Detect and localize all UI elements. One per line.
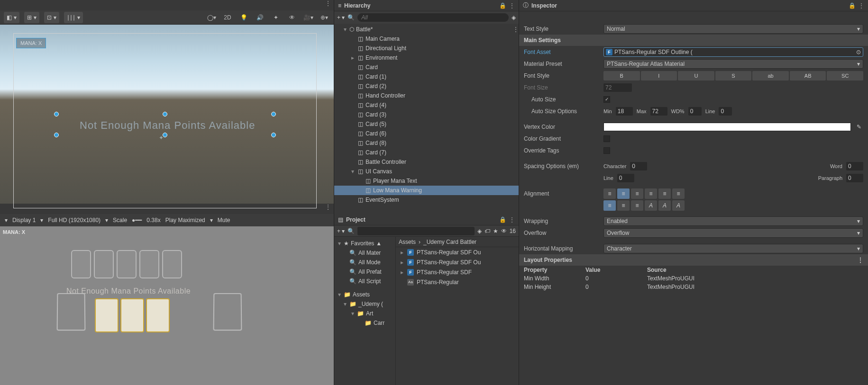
selection-handles[interactable] [56, 114, 274, 135]
display-dropdown[interactable]: Display 1 [12, 217, 36, 224]
draw-mode-dropdown[interactable]: ◯▾ [206, 12, 217, 23]
toggle-2d[interactable]: 2D [222, 12, 233, 23]
show-hidden-icon[interactable]: 👁 [501, 228, 507, 234]
align-center-button[interactable]: ≡ [617, 188, 630, 199]
mute-toggle[interactable]: Mute [218, 217, 230, 224]
hierarchy-item[interactable]: ◫Card (1) [334, 72, 519, 81]
play-mode-dropdown[interactable]: Play Maximized [165, 217, 205, 224]
asset-item[interactable]: AaPTSans-Regular [396, 277, 519, 287]
inspector-menu[interactable]: ⋮ [859, 2, 864, 9]
override-tags-checkbox[interactable] [603, 147, 610, 154]
valign-baseline-button[interactable]: A [645, 200, 657, 211]
align-left-button[interactable]: ≡ [603, 188, 616, 199]
project-menu[interactable]: ⋮ [509, 216, 515, 223]
autosize-wd-field[interactable] [688, 107, 702, 116]
favorites-folder[interactable]: ▾★ Favorites▲ [334, 239, 395, 248]
project-lock-icon[interactable]: 🔒 [499, 216, 506, 223]
hierarchy-item[interactable]: ◫Main Camera [334, 34, 519, 44]
scale-slider[interactable]: ●━━ [132, 217, 142, 224]
valign-mid-button[interactable]: ≡ [617, 200, 630, 211]
hierarchy-item[interactable]: ◫Directional Light [334, 44, 519, 53]
gizmos-dropdown[interactable]: ⊕▾ [319, 12, 330, 23]
inspector-lock-icon[interactable]: 🔒 [849, 2, 856, 9]
hierarchy-item[interactable]: ◫Card (2) [334, 81, 519, 91]
hierarchy-item-player-mana[interactable]: ◫ Player Mana Text [334, 176, 519, 186]
main-settings-header[interactable]: Main Settings [519, 35, 868, 46]
hierarchy-menu[interactable]: ⋮ [509, 2, 515, 9]
font-asset-field[interactable]: F PTSans-Regular SDF Outline ( ⊙ [603, 47, 863, 57]
autosize-line-field[interactable] [719, 107, 732, 116]
project-add-button[interactable]: + ▾ [337, 228, 345, 234]
auto-size-checkbox[interactable]: ✓ [603, 96, 610, 103]
hierarchy-item[interactable]: ▸◫Environment [334, 53, 519, 63]
hierarchy-item-ui-canvas[interactable]: ▾◫ UI Canvas [334, 167, 519, 176]
align-geo-button[interactable]: ≡ [672, 188, 685, 199]
move-gizmo-icon[interactable]: ✦ [159, 134, 176, 152]
autosize-max-field[interactable] [650, 107, 667, 116]
font-style-b-button[interactable]: B [603, 71, 640, 81]
font-style-ab-button[interactable]: AB [790, 71, 826, 81]
fx-icon[interactable]: ✦ [270, 12, 282, 23]
spacing-para-field[interactable] [846, 174, 863, 182]
hierarchy-tree[interactable]: ▾⬡ Battle* ⋮ ◫Main Camera◫Directional Li… [334, 24, 519, 214]
camera-icon[interactable]: 🎥▾ [302, 12, 314, 23]
font-style-i-button[interactable]: I [641, 71, 677, 81]
game-viewport[interactable]: MANA: X Not Enough Mana Points Available [0, 226, 334, 385]
font-style-sc-button[interactable]: SC [827, 71, 863, 81]
folder-item[interactable]: 📁 Carr [334, 318, 395, 328]
project-folder-tree[interactable]: ▾★ Favorites▲ 🔍All Mater🔍All Mode🔍All Pr… [334, 237, 396, 385]
h-mapping-dropdown[interactable]: Character▾ [603, 244, 863, 253]
valign-bottom-button[interactable]: ≡ [631, 200, 643, 211]
folder-item[interactable]: ▾📁 Art [334, 309, 395, 318]
favorite-search[interactable]: 🔍All Script [334, 277, 395, 286]
hierarchy-lock-icon[interactable]: 🔒 [499, 2, 506, 9]
project-search-input[interactable] [357, 227, 474, 235]
hierarchy-item[interactable]: ◫Card (6) [334, 129, 519, 138]
valign-midline-button[interactable]: A [658, 200, 671, 211]
assets-folder[interactable]: ▾📁 Assets [334, 290, 395, 299]
asset-item[interactable]: ▸FPTSans-Regular SDF Ou [396, 247, 519, 257]
scene-viewport[interactable]: MANA: X Not Enough Mana Points Available… [0, 25, 334, 204]
search-by-type-icon[interactable]: ◈ [477, 228, 482, 234]
spacing-char-field[interactable] [630, 162, 647, 170]
spacing-line-field[interactable] [617, 174, 634, 182]
layout-props-header[interactable]: Layout Properties⋮ [519, 254, 868, 266]
object-picker-icon[interactable]: ⊙ [856, 49, 861, 55]
text-style-dropdown[interactable]: Normal▾ [603, 24, 863, 34]
hierarchy-search-input[interactable] [357, 13, 509, 22]
spacing-word-field[interactable] [846, 162, 863, 170]
hierarchy-filter-icon[interactable]: ◈ [512, 14, 516, 21]
hierarchy-add-button[interactable]: + ▾ [337, 14, 345, 21]
audio-icon[interactable]: 🔊 [254, 12, 265, 23]
autosize-min-field[interactable] [616, 107, 633, 116]
folder-item[interactable]: ▾📁 _Udemy ( [334, 299, 395, 309]
scene-root[interactable]: ▾⬡ Battle* ⋮ [334, 25, 519, 34]
asset-list[interactable]: ▸FPTSans-Regular SDF Ou▸FPTSans-Regular … [396, 247, 519, 385]
wrapping-dropdown[interactable]: Enabled▾ [603, 216, 863, 226]
asset-item[interactable]: ▸FPTSans-Regular SDF Ou [396, 257, 519, 267]
hierarchy-item[interactable]: ◫Card (8) [334, 138, 519, 148]
valign-capline-button[interactable]: A [672, 200, 685, 211]
hierarchy-item-eventsystem[interactable]: ◫ EventSystem [334, 195, 519, 205]
resolution-dropdown[interactable]: Full HD (1920x1080) [48, 217, 101, 224]
asset-item[interactable]: ▸FPTSans-Regular SDF [396, 267, 519, 277]
font-style-u-button[interactable]: U [678, 71, 714, 81]
valign-top-button[interactable]: ≡ [603, 200, 616, 211]
hierarchy-item[interactable]: ◫Card (3) [334, 110, 519, 119]
font-style-s-button[interactable]: S [715, 71, 752, 81]
hierarchy-item[interactable]: ◫Card (4) [334, 100, 519, 110]
font-style-ab-button[interactable]: ab [752, 71, 789, 81]
scene-panel-menu[interactable]: ⋮ [0, 0, 334, 10]
eyedropper-icon[interactable]: ✎ [855, 123, 863, 131]
lighting-icon[interactable]: 💡 [238, 12, 249, 23]
tool-increment[interactable]: ∣∣∣▾ [64, 12, 83, 23]
favorite-search[interactable]: 🔍All Mode [334, 258, 395, 267]
project-breadcrumb[interactable]: Assets›_Udemy Card Battler [396, 237, 519, 247]
hierarchy-item[interactable]: ◫Card [334, 63, 519, 72]
color-gradient-checkbox[interactable] [603, 135, 610, 142]
align-right-button[interactable]: ≡ [631, 188, 643, 199]
scene-camera-dropdown[interactable]: ◧▾ [4, 12, 19, 23]
align-flush-button[interactable]: ≡ [658, 188, 671, 199]
tool-snap[interactable]: ⊡▾ [44, 12, 59, 23]
align-justify-button[interactable]: ≡ [645, 188, 657, 199]
